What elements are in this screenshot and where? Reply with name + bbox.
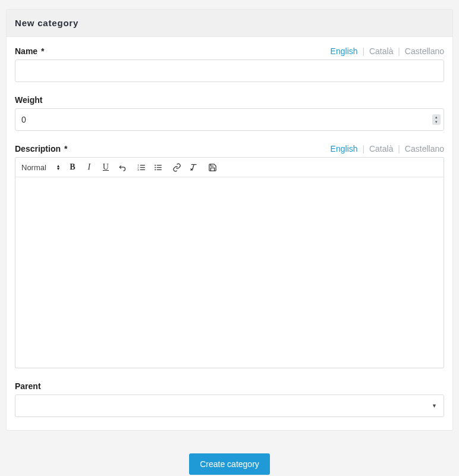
chevron-updown-icon (57, 164, 59, 170)
svg-point-7 (155, 167, 156, 168)
name-required-mark: * (41, 46, 44, 56)
locale-catala[interactable]: Català (369, 46, 393, 56)
parent-field-group: Parent ▼ (15, 381, 444, 417)
card-header: New category (7, 10, 452, 37)
ordered-list-icon[interactable]: 123 (136, 161, 147, 173)
weight-label-row: Weight (15, 95, 444, 105)
clear-format-icon[interactable] (188, 161, 200, 173)
parent-label: Parent (15, 381, 41, 391)
parent-label-row: Parent (15, 381, 444, 391)
editor-toolbar: Normal B I U 123 (15, 158, 444, 177)
underline-icon[interactable]: U (100, 161, 112, 173)
link-icon[interactable] (171, 161, 183, 173)
description-input[interactable] (15, 177, 444, 368)
weight-field-group: Weight ▴▾ (15, 95, 444, 131)
weight-label: Weight (15, 95, 42, 105)
weight-input[interactable] (15, 108, 444, 131)
format-dropdown[interactable]: Normal (21, 162, 59, 173)
description-editor: Normal B I U 123 (15, 157, 444, 368)
name-input[interactable] (15, 60, 444, 82)
svg-rect-9 (157, 165, 162, 165)
svg-rect-11 (157, 169, 162, 170)
description-required-mark: * (64, 144, 67, 154)
weight-stepper[interactable]: ▴▾ (432, 114, 441, 125)
svg-point-8 (155, 169, 156, 170)
svg-rect-1 (140, 167, 145, 167)
parent-select[interactable] (15, 394, 444, 417)
bold-icon[interactable]: B (67, 161, 78, 173)
locale-castellano[interactable]: Castellano (405, 144, 444, 154)
format-label: Normal (21, 163, 46, 172)
name-label-row: Name * English | Català | Castellano (15, 46, 444, 56)
italic-icon[interactable]: I (83, 161, 95, 173)
locale-catala[interactable]: Català (369, 144, 393, 154)
name-locale-switcher: English | Català | Castellano (331, 46, 444, 56)
return-icon[interactable] (117, 161, 128, 173)
svg-text:3: 3 (138, 168, 140, 171)
parent-select-wrap: ▼ (15, 394, 444, 417)
name-field-group: Name * English | Català | Castellano (15, 46, 444, 82)
create-category-button[interactable]: Create category (189, 453, 270, 475)
svg-rect-0 (140, 165, 145, 165)
locale-english[interactable]: English (331, 144, 358, 154)
description-field-group: Description * English | Català | Castell… (15, 144, 444, 368)
name-label: Name (15, 46, 37, 56)
description-label: Description (15, 144, 61, 154)
svg-point-6 (155, 164, 156, 165)
card-body: Name * English | Català | Castellano Wei… (7, 37, 452, 430)
category-form-card: New category Name * English | Català | C… (6, 9, 453, 431)
submit-row: Create category (6, 431, 453, 476)
description-label-row: Description * English | Català | Castell… (15, 144, 444, 154)
description-locale-switcher: English | Català | Castellano (331, 144, 444, 154)
weight-input-wrap: ▴▾ (15, 108, 444, 131)
locale-english[interactable]: English (331, 46, 358, 56)
card-title: New category (15, 18, 444, 28)
svg-rect-10 (157, 167, 162, 167)
locale-castellano[interactable]: Castellano (405, 46, 444, 56)
save-icon[interactable] (207, 161, 219, 173)
bullet-list-icon[interactable] (152, 161, 164, 173)
svg-rect-2 (140, 169, 145, 170)
